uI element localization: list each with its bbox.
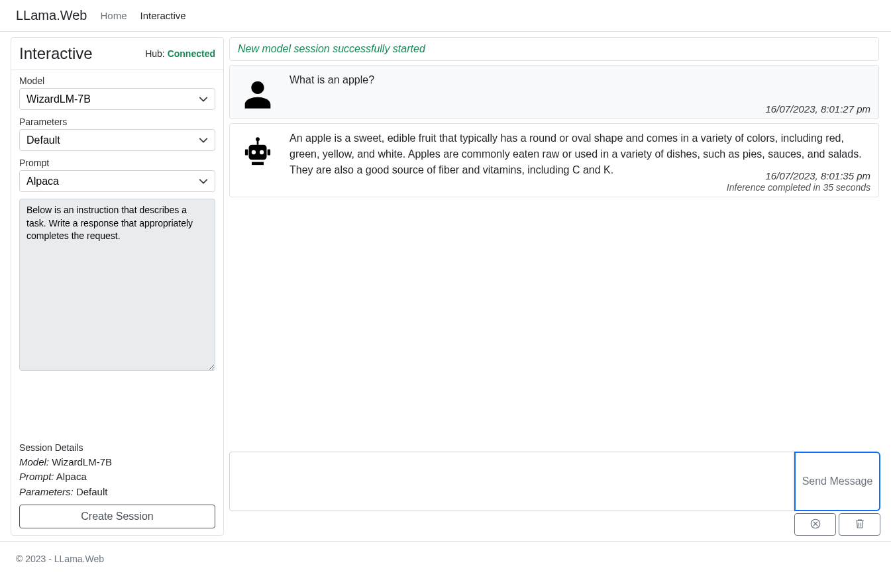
prompt-select[interactable]: Alpaca [19, 170, 215, 192]
chat-scroll[interactable]: New model session successfully started W… [229, 37, 880, 448]
clear-button[interactable] [839, 513, 880, 536]
nav-link-interactive[interactable]: Interactive [140, 10, 186, 21]
sidebar: Interactive Hub: Connected Model WizardL… [11, 37, 224, 536]
nav-link-home[interactable]: Home [100, 10, 127, 21]
chat-message-bot: An apple is a sweet, edible fruit that t… [229, 123, 879, 197]
create-session-button[interactable]: Create Session [19, 505, 215, 528]
prompt-label: Prompt [19, 158, 215, 168]
svg-point-3 [252, 150, 256, 154]
svg-rect-6 [268, 150, 271, 156]
prompt-textarea[interactable] [19, 199, 215, 371]
send-message-button[interactable]: Send Message [794, 452, 880, 511]
session-details: Session Details Model: WizardLM-7B Promp… [11, 441, 223, 505]
svg-rect-1 [257, 140, 259, 145]
chat-message-time: 16/07/2023, 8:01:27 pm [766, 103, 870, 115]
parameters-select[interactable]: Default [19, 129, 215, 151]
chat-message-user: What is an apple? 16/07/2023, 8:01:27 pm [229, 65, 879, 119]
page-title: Interactive [19, 44, 93, 63]
svg-rect-7 [252, 162, 264, 166]
cancel-button[interactable] [794, 513, 836, 536]
cancel-circle-icon [810, 518, 821, 532]
chat-message-time: 16/07/2023, 8:01:35 pm Inference complet… [727, 170, 870, 193]
svg-point-4 [260, 150, 264, 154]
trash-icon [854, 518, 866, 532]
model-label: Model [19, 75, 215, 86]
footer: © 2023 - LLama.Web [0, 542, 891, 576]
user-avatar-icon [238, 72, 278, 113]
chat-message-meta: Inference completed in 35 seconds [727, 182, 870, 193]
chat-input[interactable] [229, 452, 794, 511]
model-select[interactable]: WizardLM-7B [19, 88, 215, 110]
session-banner: New model session successfully started [229, 37, 879, 61]
chat-panel: New model session successfully started W… [229, 37, 880, 536]
parameters-label: Parameters [19, 117, 215, 127]
svg-rect-2 [249, 145, 267, 160]
svg-rect-5 [245, 150, 248, 156]
app-brand[interactable]: LLama.Web [16, 8, 87, 23]
robot-avatar-icon [238, 130, 278, 191]
navbar: LLama.Web Home Interactive [0, 0, 891, 32]
hub-status-value: Connected [168, 48, 215, 59]
hub-status: Hub: Connected [145, 48, 215, 59]
session-details-title: Session Details [19, 441, 215, 455]
chat-input-row: Send Message [229, 452, 880, 536]
